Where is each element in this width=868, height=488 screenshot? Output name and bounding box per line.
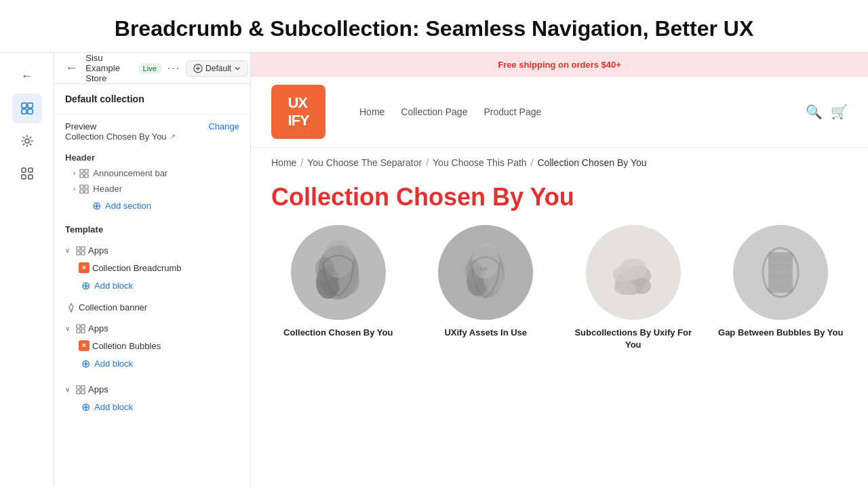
- svg-rect-20: [85, 185, 88, 188]
- svg-rect-18: [85, 174, 88, 178]
- chevron-down-icon-1: ∨: [65, 247, 73, 254]
- left-panel: ← Sisu Example Store Live ··· Default | …: [54, 53, 251, 486]
- sidebar: ←: [0, 53, 54, 486]
- collection-chosen-row: Collection Chosen By You ↗: [65, 131, 239, 142]
- store-preview: Free shipping on orders $40+ UXIFY Home …: [251, 53, 868, 486]
- apps-label-2: Apps: [88, 323, 239, 333]
- apps-item-3[interactable]: ∨ Apps: [54, 381, 250, 398]
- more-options[interactable]: ···: [167, 62, 180, 75]
- product-name-1: Collection Chosen By You: [283, 327, 393, 339]
- svg-rect-32: [81, 386, 85, 389]
- editor: ← ← Sisu Example Store Live ···: [0, 52, 868, 486]
- search-icon[interactable]: 🔍: [806, 104, 823, 120]
- product-img-3: [586, 225, 681, 320]
- add-block-icon-2: ⊕: [81, 357, 90, 370]
- default-label: Default: [205, 64, 231, 73]
- page-title: Breadcrumb & Subcollection: Seamless Nav…: [0, 0, 868, 52]
- add-block-row-3[interactable]: ⊕ Add block: [54, 398, 250, 416]
- header-tree: Header › Announcement bar › Header ⊕ Add…: [54, 148, 250, 216]
- svg-rect-6: [28, 168, 33, 172]
- grid-icon-4: [76, 324, 85, 333]
- apps-icon[interactable]: [12, 159, 42, 188]
- settings-icon[interactable]: [12, 126, 42, 156]
- svg-rect-56: [770, 283, 791, 289]
- svg-rect-54: [770, 264, 791, 270]
- preview-row: Preview Change: [65, 121, 239, 131]
- app-badge-2: ✕: [79, 340, 90, 351]
- svg-rect-15: [80, 169, 83, 173]
- header-tree-label: Header: [65, 152, 239, 163]
- breadcrumb-home[interactable]: Home: [271, 157, 296, 168]
- add-section-label: Add section: [105, 201, 151, 211]
- product-img-2: UX: [438, 225, 533, 320]
- nav-product-page[interactable]: Product Page: [484, 106, 541, 117]
- breadcrumb-sep-2: /: [426, 157, 429, 168]
- svg-rect-19: [80, 185, 83, 188]
- header-item-label: Header: [93, 184, 122, 194]
- back-icon[interactable]: ←: [12, 61, 42, 91]
- change-link[interactable]: Change: [208, 121, 239, 131]
- store-nav: UXIFY Home Collection Page Product Page …: [251, 77, 868, 148]
- add-section-row[interactable]: ⊕ Add section: [65, 197, 239, 215]
- svg-rect-55: [770, 273, 791, 280]
- apps-item-1[interactable]: ∨ Apps: [54, 242, 250, 259]
- svg-rect-21: [80, 190, 83, 193]
- breadcrumb-bar: Home / You Choose The Separator / You Ch…: [251, 148, 868, 178]
- collection-banner-item[interactable]: Collection banner: [54, 299, 250, 316]
- product-name-4: Gap Between Bubbles By You: [718, 327, 843, 339]
- breadcrumb-sep-1: /: [300, 157, 303, 168]
- product-card-3: Subcollections By Uxify For You: [566, 225, 701, 351]
- grid-small-icon: [79, 169, 89, 178]
- svg-rect-33: [77, 390, 80, 394]
- cart-icon[interactable]: 🛒: [831, 104, 848, 120]
- svg-rect-8: [28, 175, 33, 179]
- panel-header: Default collection Preview Change Collec…: [54, 84, 250, 420]
- topbar: ← Sisu Example Store Live ··· Default | …: [54, 53, 250, 84]
- promo-bar: Free shipping on orders $40+: [251, 53, 868, 77]
- nav-home[interactable]: Home: [359, 106, 384, 117]
- preview-area: Free shipping on orders $40+ UXIFY Home …: [251, 53, 868, 486]
- nav-links: Home Collection Page Product Page: [359, 106, 785, 117]
- breadcrumb-path-label: You Choose This Path: [433, 157, 527, 168]
- add-block-row-1[interactable]: ⊕ Add block: [54, 277, 250, 295]
- svg-rect-17: [80, 174, 83, 178]
- external-link-icon[interactable]: ↗: [170, 132, 176, 141]
- svg-rect-3: [28, 109, 33, 114]
- svg-rect-23: [77, 247, 80, 250]
- nav-collection-page[interactable]: Collection Page: [401, 106, 467, 117]
- product-img-4: [733, 225, 828, 320]
- apps-group-2: ∨ Apps ✕ Colletion Bubbles ⊕ Add block: [54, 316, 250, 377]
- apps-item-2[interactable]: ∨ Apps: [54, 320, 250, 337]
- announcement-bar-label: Announcement bar: [93, 168, 167, 178]
- chevron-down-icon-3: ∨: [65, 386, 73, 393]
- add-block-row-2[interactable]: ⊕ Add block: [54, 354, 250, 373]
- svg-point-49: [620, 258, 647, 280]
- announcement-bar-item[interactable]: › Announcement bar: [65, 165, 239, 181]
- collection-bubbles-item[interactable]: ✕ Colletion Bubbles: [54, 337, 250, 354]
- apps-group-3: ∨ Apps ⊕ Add block: [54, 377, 250, 420]
- add-icon: ⊕: [92, 199, 101, 212]
- svg-rect-1: [28, 103, 33, 108]
- svg-rect-27: [77, 325, 80, 328]
- add-block-icon-3: ⊕: [81, 401, 90, 413]
- product-card-2: UX UXify Assets In Use: [419, 225, 553, 351]
- svg-rect-31: [77, 386, 80, 389]
- default-picker[interactable]: Default: [186, 60, 248, 77]
- products-grid: Collection Chosen By You: [251, 225, 868, 371]
- preview-label: Preview: [65, 121, 96, 131]
- product-card-4: Gap Between Bubbles By You: [714, 225, 848, 351]
- header-item[interactable]: › Header: [65, 181, 239, 197]
- store-name: Sisu Example Store: [85, 53, 132, 83]
- sections-icon[interactable]: [12, 94, 42, 123]
- apps-label-1: Apps: [88, 245, 239, 256]
- svg-point-4: [25, 139, 29, 143]
- collection-breadcrumb-item[interactable]: ✕ Collection Breadcrumb: [54, 259, 250, 277]
- topbar-back-icon[interactable]: ←: [62, 54, 80, 83]
- diamond-icon: [66, 303, 76, 312]
- breadcrumb-separator-label: You Choose The Separator: [307, 157, 422, 168]
- collection-title: Collection Chosen By You: [251, 178, 868, 225]
- topbar-center: Default | Default collection: [186, 56, 251, 81]
- collection-banner-label: Collection banner: [79, 302, 239, 312]
- grid-icon-3: [76, 246, 85, 256]
- svg-rect-30: [81, 329, 85, 333]
